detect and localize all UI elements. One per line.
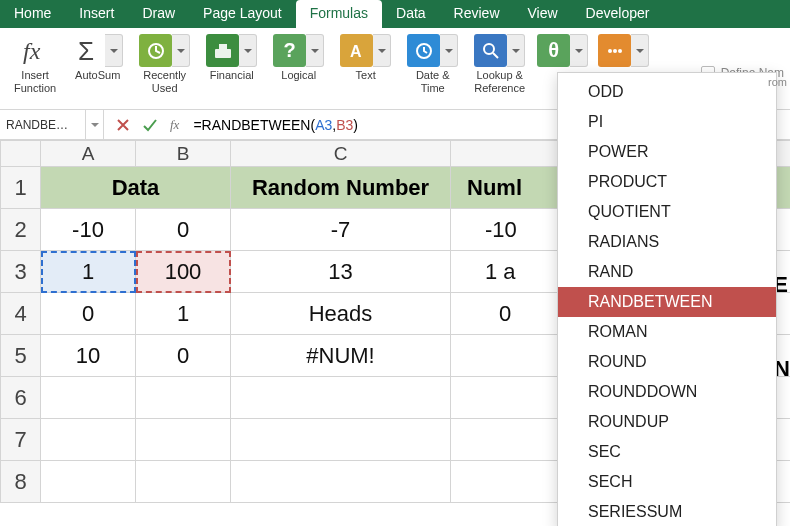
cancel-icon[interactable] — [116, 118, 130, 132]
insert-function-button[interactable]: fx Insert Function — [8, 32, 62, 109]
svg-rect-4 — [219, 44, 227, 49]
cell-c4[interactable]: Heads — [231, 293, 451, 335]
cell-b6[interactable] — [136, 377, 231, 419]
svg-line-8 — [493, 53, 498, 58]
dropdown-item-sech[interactable]: SECH — [558, 467, 776, 497]
cell-a7[interactable] — [41, 419, 136, 461]
financial-button[interactable]: Financial — [200, 32, 263, 109]
cell-c6[interactable] — [231, 377, 451, 419]
cell-c5[interactable]: #NUM! — [231, 335, 451, 377]
name-box[interactable]: RANDBE… — [0, 110, 86, 140]
cell-a8[interactable] — [41, 461, 136, 503]
col-header-b[interactable]: B — [136, 141, 231, 167]
cell-c7[interactable] — [231, 419, 451, 461]
cell-random-number-header[interactable]: Random Number — [231, 167, 451, 209]
cell-b8[interactable] — [136, 461, 231, 503]
financial-label: Financial — [210, 69, 254, 82]
svg-point-10 — [613, 49, 617, 53]
logical-icon: ? — [273, 34, 306, 67]
row-header-5[interactable]: 5 — [1, 335, 41, 377]
tab-view[interactable]: View — [514, 0, 572, 28]
lookup-reference-caret[interactable] — [507, 34, 525, 67]
row-header-3[interactable]: 3 — [1, 251, 41, 293]
dropdown-item-odd[interactable]: ODD — [558, 77, 776, 107]
tab-formulas[interactable]: Formulas — [296, 0, 382, 28]
tab-insert[interactable]: Insert — [65, 0, 128, 28]
cell-a5[interactable]: 10 — [41, 335, 136, 377]
dropdown-item-roundup[interactable]: ROUNDUP — [558, 407, 776, 437]
logical-button[interactable]: ? Logical — [267, 32, 330, 109]
cell-b2[interactable]: 0 — [136, 209, 231, 251]
autosum-dropdown-caret[interactable] — [105, 34, 123, 67]
autosum-button[interactable]: Σ AutoSum — [66, 32, 129, 109]
col-header-a[interactable]: A — [41, 141, 136, 167]
dropdown-item-roman[interactable]: ROMAN — [558, 317, 776, 347]
svg-rect-3 — [215, 49, 231, 58]
row-header-1[interactable]: 1 — [1, 167, 41, 209]
text-icon: A — [340, 34, 373, 67]
dropdown-item-seriessum[interactable]: SERIESSUM — [558, 497, 776, 526]
cell-c2[interactable]: -7 — [231, 209, 451, 251]
tab-draw[interactable]: Draw — [128, 0, 189, 28]
select-all-corner[interactable] — [1, 141, 41, 167]
sigma-icon: Σ — [72, 34, 105, 67]
row-header-7[interactable]: 7 — [1, 419, 41, 461]
cell-b4[interactable]: 1 — [136, 293, 231, 335]
tab-data[interactable]: Data — [382, 0, 440, 28]
cell-a2[interactable]: -10 — [41, 209, 136, 251]
tab-home[interactable]: Home — [0, 0, 65, 28]
lookup-reference-button[interactable]: Lookup & Reference — [468, 32, 531, 109]
lookup-reference-label: Lookup & Reference — [474, 69, 525, 94]
recently-used-label: Recently Used — [143, 69, 186, 94]
cell-a4[interactable]: 0 — [41, 293, 136, 335]
col-header-c[interactable]: C — [231, 141, 451, 167]
lookup-reference-icon — [474, 34, 507, 67]
dropdown-item-round[interactable]: ROUND — [558, 347, 776, 377]
recently-used-icon — [139, 34, 172, 67]
cell-data-header[interactable]: Data — [41, 167, 231, 209]
cell-a6[interactable] — [41, 377, 136, 419]
dropdown-item-power[interactable]: POWER — [558, 137, 776, 167]
dropdown-item-sec[interactable]: SEC — [558, 437, 776, 467]
formula-arg1: A3 — [315, 117, 332, 133]
dropdown-item-product[interactable]: PRODUCT — [558, 167, 776, 197]
cell-b5[interactable]: 0 — [136, 335, 231, 377]
date-time-button[interactable]: Date & Time — [401, 32, 464, 109]
enter-icon[interactable] — [142, 118, 158, 132]
date-time-caret[interactable] — [440, 34, 458, 67]
dropdown-item-radians[interactable]: RADIANS — [558, 227, 776, 257]
name-box-caret[interactable] — [86, 110, 104, 140]
insert-function-label: Insert Function — [14, 69, 56, 94]
dropdown-item-rounddown[interactable]: ROUNDDOWN — [558, 377, 776, 407]
dropdown-item-quotient[interactable]: QUOTIENT — [558, 197, 776, 227]
text-caret[interactable] — [373, 34, 391, 67]
tab-review[interactable]: Review — [440, 0, 514, 28]
row-header-8[interactable]: 8 — [1, 461, 41, 503]
formula-prefix: =RANDBETWEEN( — [193, 117, 315, 133]
svg-text:A: A — [350, 43, 362, 60]
cell-c8[interactable] — [231, 461, 451, 503]
row-header-6[interactable]: 6 — [1, 377, 41, 419]
dropdown-item-randbetween[interactable]: RANDBETWEEN — [558, 287, 776, 317]
tab-developer[interactable]: Developer — [572, 0, 664, 28]
cell-b7[interactable] — [136, 419, 231, 461]
more-caret[interactable] — [631, 34, 649, 67]
logical-label: Logical — [281, 69, 316, 82]
cell-b3[interactable]: 100 — [136, 251, 231, 293]
text-button[interactable]: A Text — [334, 32, 397, 109]
svg-point-9 — [608, 49, 612, 53]
svg-text:fx: fx — [23, 38, 41, 64]
tab-page-layout[interactable]: Page Layout — [189, 0, 296, 28]
logical-caret[interactable] — [306, 34, 324, 67]
recently-used-button[interactable]: Recently Used — [133, 32, 196, 109]
cell-c3[interactable]: 13 — [231, 251, 451, 293]
math-trig-caret[interactable] — [570, 34, 588, 67]
row-header-2[interactable]: 2 — [1, 209, 41, 251]
dropdown-item-rand[interactable]: RAND — [558, 257, 776, 287]
svg-point-7 — [484, 44, 494, 54]
financial-caret[interactable] — [239, 34, 257, 67]
row-header-4[interactable]: 4 — [1, 293, 41, 335]
cell-a3[interactable]: 1 — [41, 251, 136, 293]
recently-used-caret[interactable] — [172, 34, 190, 67]
dropdown-item-pi[interactable]: PI — [558, 107, 776, 137]
